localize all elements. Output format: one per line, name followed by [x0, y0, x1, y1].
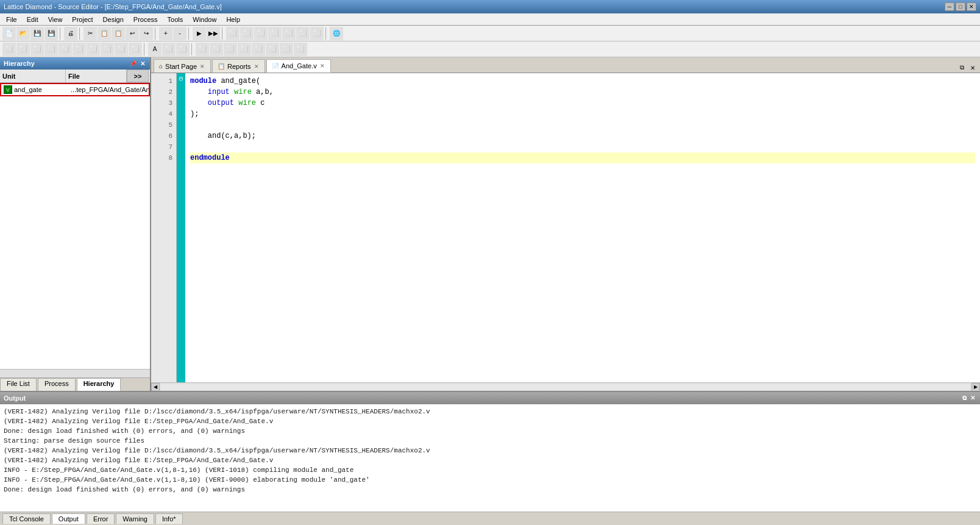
- tb-btn-h[interactable]: 🌐: [330, 27, 343, 40]
- line-numbers: 1 2 3 4 5 6 7 8: [151, 73, 177, 382]
- tb2-btn12[interactable]: ⬜: [162, 43, 176, 56]
- tb2-btn5[interactable]: ⬜: [59, 43, 72, 56]
- tb-btn-a[interactable]: ⬜: [226, 27, 240, 40]
- menu-item-design[interactable]: Design: [99, 15, 127, 24]
- tb2-btn10[interactable]: ⬜: [129, 43, 142, 56]
- run-btn[interactable]: ▶▶: [207, 27, 220, 40]
- editor-hscroll[interactable]: ◀ ▶: [151, 382, 980, 391]
- tb2-btn4[interactable]: ⬜: [44, 43, 58, 56]
- compile-btn[interactable]: ▶: [193, 27, 206, 40]
- hscroll-right[interactable]: ▶: [971, 383, 980, 391]
- file-cell: ...tep_FPGA/And_Gate/And...: [68, 85, 149, 95]
- sep2: [79, 27, 82, 40]
- hscroll-left[interactable]: ◀: [151, 383, 160, 391]
- tb2-btn9[interactable]: ⬜: [115, 43, 128, 56]
- toolbar-1: 📄 📂 💾 💾 🖨 ✂ 📋 📋 ↩ ↪ + - ▶ ▶▶ ⬜ ⬜ ⬜ ⬜ ⬜ ⬜…: [0, 26, 980, 41]
- tab-andgate[interactable]: 📄 And_Gate.v ✕: [266, 59, 331, 73]
- tb-btn-b[interactable]: ⬜: [240, 27, 254, 40]
- sep5: [222, 27, 224, 40]
- copy-btn[interactable]: 📋: [98, 27, 111, 40]
- tb2-btn15[interactable]: ⬜: [210, 43, 223, 56]
- reports-close[interactable]: ✕: [254, 63, 260, 70]
- out-tab-info[interactable]: Info*: [155, 513, 183, 524]
- tb2-btn13[interactable]: ⬜: [176, 43, 190, 56]
- tb-btn-e[interactable]: ⬜: [282, 27, 296, 40]
- code-line-3: output wire c: [190, 98, 975, 109]
- tab-reports[interactable]: 📋 Reports ✕: [212, 59, 265, 73]
- output-float-btn[interactable]: ⧉: [961, 395, 968, 402]
- tab-start-page[interactable]: ⌂ Start Page ✕: [154, 59, 211, 73]
- zoom-out-btn[interactable]: -: [173, 27, 186, 40]
- tb2-btn19[interactable]: ⬜: [266, 43, 279, 56]
- menu-item-process[interactable]: Process: [130, 15, 162, 24]
- tb2-btn20[interactable]: ⬜: [280, 43, 293, 56]
- menu-item-edit[interactable]: Edit: [23, 15, 42, 24]
- tb-btn-f[interactable]: ⬜: [296, 27, 310, 40]
- hierarchy-rows: V and_gate ...tep_FPGA/And_Gate/And...: [0, 83, 150, 369]
- tab-bar-controls: ⧉ ✕: [957, 63, 980, 73]
- sep7: [144, 43, 146, 55]
- open-btn[interactable]: 📂: [16, 27, 30, 40]
- print-btn[interactable]: 🖨: [64, 27, 77, 40]
- out-tab-output[interactable]: Output: [52, 513, 85, 524]
- tb-btn-c[interactable]: ⬜: [254, 27, 268, 40]
- out-tab-warning[interactable]: Warning: [116, 513, 154, 524]
- tb2-btn3[interactable]: ⬜: [30, 43, 44, 56]
- close-button[interactable]: ✕: [967, 2, 976, 11]
- menu-item-view[interactable]: View: [44, 15, 66, 24]
- menu-item-tools[interactable]: Tools: [164, 15, 187, 24]
- hierarchy-close-btn[interactable]: ✕: [139, 60, 146, 67]
- tb2-btn6[interactable]: ⬜: [73, 43, 86, 56]
- column-arrow-btn[interactable]: >>: [127, 70, 149, 82]
- tb-btn-g[interactable]: ⬜: [310, 27, 324, 40]
- hierarchy-pin-btn[interactable]: 📌: [128, 60, 138, 67]
- code-content[interactable]: module and_gate( input wire a,b, output …: [185, 73, 980, 382]
- save-btn[interactable]: 💾: [30, 27, 44, 40]
- output-close-btn[interactable]: ✕: [969, 395, 976, 402]
- cut-btn[interactable]: ✂: [83, 27, 97, 40]
- tb2-btn17[interactable]: ⬜: [238, 43, 251, 56]
- menu-item-help[interactable]: Help: [222, 15, 244, 24]
- undo-btn[interactable]: ↩: [126, 27, 139, 40]
- tb2-btn14[interactable]: ⬜: [196, 43, 209, 56]
- left-tab-hierarchy[interactable]: Hierarchy: [77, 378, 121, 391]
- paste-btn[interactable]: 📋: [112, 27, 125, 40]
- left-tab-process[interactable]: Process: [38, 378, 76, 391]
- menu-item-file[interactable]: File: [2, 15, 21, 24]
- menu-item-project[interactable]: Project: [68, 15, 96, 24]
- tb2-btn11[interactable]: A: [148, 43, 162, 56]
- tb2-btn16[interactable]: ⬜: [224, 43, 237, 56]
- tab-float-btn[interactable]: ⧉: [957, 63, 967, 73]
- redo-btn[interactable]: ↪: [140, 27, 153, 40]
- code-line-7: [190, 141, 975, 152]
- andgate-close[interactable]: ✕: [319, 63, 325, 69]
- out-tab-tcl-console[interactable]: Tcl Console: [2, 513, 51, 524]
- tb2-btn1[interactable]: ⬜: [2, 43, 16, 56]
- left-tab-file-list[interactable]: File List: [0, 378, 37, 391]
- left-panel: Hierarchy 📌 ✕ Unit File >> V and_gate ..…: [0, 57, 151, 391]
- tb-btn-d[interactable]: ⬜: [268, 27, 282, 40]
- out-tab-error[interactable]: Error: [87, 513, 115, 524]
- hierarchy-row[interactable]: V and_gate ...tep_FPGA/And_Gate/And...: [0, 83, 150, 96]
- maximize-button[interactable]: □: [956, 2, 965, 11]
- save-all-btn[interactable]: 💾: [44, 27, 58, 40]
- start-page-label: Start Page: [165, 63, 197, 70]
- start-page-close[interactable]: ✕: [199, 63, 205, 70]
- tb2-btn7[interactable]: ⬜: [87, 43, 100, 56]
- zoom-in-btn[interactable]: +: [159, 27, 172, 40]
- verilog-icon: V: [4, 85, 12, 94]
- tb2-btn21[interactable]: ⬜: [294, 43, 307, 56]
- new-btn[interactable]: 📄: [2, 27, 16, 40]
- tb2-btn8[interactable]: ⬜: [101, 43, 114, 56]
- minimize-button[interactable]: ─: [945, 2, 954, 11]
- hierarchy-hscroll[interactable]: [0, 369, 150, 377]
- tab-close-btn[interactable]: ✕: [968, 63, 978, 73]
- window-controls: ─ □ ✕: [945, 2, 976, 11]
- title-bar: Lattice Diamond - Source Editor - [E:/St…: [0, 0, 980, 13]
- tb2-btn2[interactable]: ⬜: [16, 43, 30, 56]
- code-line-8: endmodule: [190, 152, 975, 163]
- gutter-4: [177, 106, 185, 117]
- sep1: [60, 27, 62, 40]
- menu-item-window[interactable]: Window: [189, 15, 220, 24]
- tb2-btn18[interactable]: ⬜: [252, 43, 265, 56]
